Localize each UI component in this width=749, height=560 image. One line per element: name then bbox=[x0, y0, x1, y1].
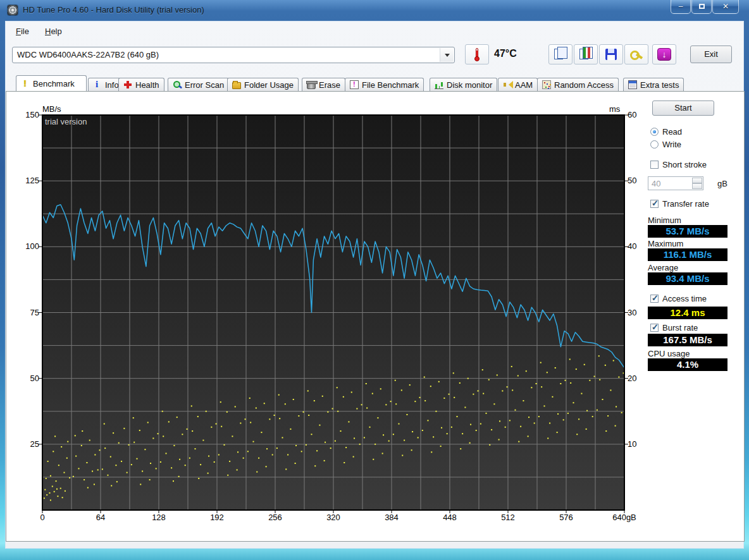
burst-rate-checkbox[interactable]: Burst rate bbox=[650, 323, 698, 332]
x-axis-tick: 192 bbox=[198, 513, 236, 522]
table-icon bbox=[628, 80, 637, 89]
checkbox-checked-icon[interactable] bbox=[650, 324, 659, 332]
tab-label: Health bbox=[135, 80, 159, 90]
write-radio[interactable]: Write bbox=[650, 140, 681, 149]
file-benchmark-icon bbox=[350, 80, 359, 89]
temperature-value: 47°C bbox=[494, 48, 517, 59]
exit-button[interactable]: Exit bbox=[690, 46, 732, 63]
tab-label: Info bbox=[105, 80, 119, 90]
info-icon bbox=[93, 80, 102, 89]
tab-label: Erase bbox=[319, 80, 340, 90]
maximize-button[interactable] bbox=[691, 0, 712, 14]
x-axis-tick: 64 bbox=[82, 513, 120, 522]
checkbox-unchecked-icon[interactable] bbox=[650, 161, 659, 169]
tab-erase[interactable]: Erase bbox=[302, 78, 345, 91]
drive-select[interactable]: WDC WD6400AAKS-22A7B2 (640 gB) bbox=[12, 47, 455, 63]
app-icon bbox=[8, 5, 18, 15]
x-axis-tick: 512 bbox=[489, 513, 527, 522]
tab-benchmark[interactable]: Benchmark bbox=[16, 75, 87, 91]
x-axis-tick: 128 bbox=[140, 513, 178, 522]
copy-text-button[interactable] bbox=[548, 44, 573, 64]
transfer-rate-checkbox[interactable]: Transfer rate bbox=[650, 199, 709, 209]
y-axis-left-tick: 150 bbox=[13, 110, 39, 119]
checkbox-checked-icon[interactable] bbox=[650, 295, 659, 303]
tab-folder-usage[interactable]: Folder Usage bbox=[227, 78, 299, 91]
x-axis-tick: 320 bbox=[314, 513, 352, 522]
save-button[interactable] bbox=[599, 44, 623, 64]
short-stroke-size-spinner[interactable]: 40 bbox=[648, 176, 703, 190]
minimum-label: Minimum bbox=[648, 216, 681, 225]
trash-icon bbox=[307, 82, 316, 89]
bar-chart-icon bbox=[435, 80, 443, 89]
burst-rate-label: Burst rate bbox=[662, 323, 698, 332]
chart-plot-area bbox=[42, 115, 624, 510]
separator bbox=[641, 155, 737, 156]
y-axis-left-tick: 75 bbox=[13, 308, 39, 317]
read-label: Read bbox=[662, 127, 682, 137]
download-button[interactable]: ↓ bbox=[652, 44, 676, 64]
separator bbox=[641, 212, 737, 212]
separator bbox=[641, 123, 737, 123]
y-axis-right-tick: 10 bbox=[628, 439, 653, 449]
tab-random-access[interactable]: Random Access bbox=[537, 78, 619, 91]
trial-version-watermark: trial version bbox=[45, 117, 87, 126]
separator bbox=[641, 289, 737, 289]
download-arrow-icon: ↓ bbox=[657, 48, 671, 61]
benchmark-icon bbox=[21, 79, 30, 88]
benchmark-chart bbox=[42, 115, 624, 510]
tab-extra-tests[interactable]: Extra tests bbox=[623, 78, 684, 91]
copy-pages-icon bbox=[554, 49, 563, 59]
x-axis-tick: 576 bbox=[547, 513, 585, 522]
chevron-down-icon[interactable] bbox=[440, 48, 454, 62]
spinner-up-icon[interactable] bbox=[692, 178, 702, 183]
minimum-value: 53.7 MB/s bbox=[648, 225, 727, 238]
menu-file[interactable]: File bbox=[12, 25, 33, 37]
window-title: HD Tune Pro 4.60 - Hard Disk Utility (tr… bbox=[23, 5, 204, 15]
short-stroke-label: Short stroke bbox=[662, 160, 707, 169]
maximize-icon bbox=[699, 4, 705, 9]
start-button[interactable]: Start bbox=[652, 100, 714, 116]
tab-file-benchmark[interactable]: File Benchmark bbox=[345, 78, 424, 91]
tab-aam[interactable]: AAM bbox=[498, 78, 538, 91]
app-window: HD Tune Pro 4.60 - Hard Disk Utility (tr… bbox=[0, 0, 749, 560]
checkbox-checked-icon[interactable] bbox=[650, 200, 659, 208]
read-radio[interactable]: Read bbox=[650, 127, 682, 137]
x-axis-tick: 448 bbox=[431, 513, 469, 522]
tab-error-scan[interactable]: Error Scan bbox=[168, 78, 229, 91]
title-bar[interactable]: HD Tune Pro 4.60 - Hard Disk Utility (tr… bbox=[0, 0, 749, 21]
copy-screenshot-button[interactable] bbox=[574, 44, 598, 64]
spinner-down-icon[interactable] bbox=[692, 183, 702, 189]
close-button[interactable]: ✕ bbox=[712, 0, 739, 14]
scatter-icon bbox=[542, 80, 551, 89]
client-area: File Help WDC WD6400AAKS-22A7B2 (640 gB)… bbox=[5, 21, 744, 549]
tab-label: Folder Usage bbox=[244, 80, 294, 90]
short-stroke-checkbox[interactable]: Short stroke bbox=[650, 160, 707, 169]
tab-health[interactable]: Health bbox=[118, 78, 164, 91]
cpu_usage-value: 4.1% bbox=[648, 358, 727, 371]
transfer-rate-label: Transfer rate bbox=[662, 199, 709, 209]
tab-label: Error Scan bbox=[185, 80, 224, 90]
options-button[interactable] bbox=[624, 44, 648, 64]
menu-help[interactable]: Help bbox=[41, 25, 66, 37]
left-axis-unit: MB/s bbox=[42, 104, 61, 114]
minimize-button[interactable]: – bbox=[671, 0, 691, 14]
magnifier-icon bbox=[173, 80, 182, 89]
tab-label: File Benchmark bbox=[362, 80, 419, 90]
radio-selected-icon[interactable] bbox=[650, 128, 659, 136]
right-axis-unit: ms bbox=[609, 104, 620, 114]
toolbar: WDC WD6400AAKS-22A7B2 (640 gB) 47°C ↓ Ex… bbox=[6, 40, 743, 75]
access-time-checkbox[interactable]: Access time bbox=[650, 294, 707, 303]
short-stroke-unit: gB bbox=[717, 179, 727, 188]
y-axis-left-tick: 25 bbox=[13, 439, 39, 449]
cpu-usage-label: CPU usage bbox=[648, 349, 690, 358]
tab-disk-monitor[interactable]: Disk monitor bbox=[430, 78, 497, 91]
short-stroke-value: 40 bbox=[652, 179, 660, 188]
keys-icon bbox=[630, 49, 643, 61]
radio-unselected-icon[interactable] bbox=[650, 140, 659, 149]
maximum-label: Maximum bbox=[648, 239, 683, 248]
floppy-disk-icon bbox=[605, 49, 617, 60]
benchmark-page: MB/s ms trial version 150125100755025 60… bbox=[6, 91, 745, 542]
access_time-value: 12.4 ms bbox=[648, 307, 727, 319]
temperature-button[interactable] bbox=[465, 44, 489, 64]
copy-image-icon bbox=[579, 49, 588, 59]
